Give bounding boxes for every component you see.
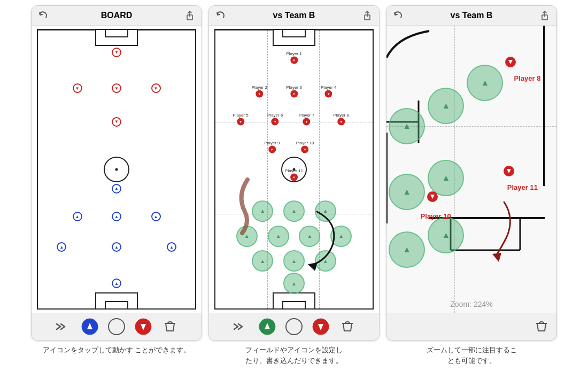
desc-1: アイコンをタップして動かす ことができます。 (31, 345, 202, 366)
svg-marker-6 (166, 323, 174, 331)
red-player-3[interactable]: ▼ (112, 83, 121, 93)
red-player-5[interactable]: ▼ (112, 117, 121, 127)
move-circle-10: ▲ (315, 250, 336, 272)
p10-group[interactable]: Player 10 (296, 141, 314, 153)
share-button-3[interactable] (538, 9, 551, 22)
p1-dot (290, 57, 298, 64)
p5-dot (237, 118, 244, 125)
share-button[interactable] (183, 9, 196, 22)
move-circle-5: ▲ (268, 226, 289, 247)
red-player-1[interactable]: ▼ (112, 48, 121, 57)
panel-vs-2-footer (386, 313, 556, 340)
blue-player-3[interactable]: ▲ (112, 212, 121, 221)
blue-player-6[interactable]: ▲ (112, 242, 121, 252)
share-button-2[interactable] (361, 9, 374, 22)
p6-label: Player 6 (267, 113, 283, 117)
p2-group[interactable]: Player 2 (252, 85, 267, 97)
panel-vs-1-header: vs Team B (209, 6, 379, 26)
p7-label: Player 7 (299, 113, 314, 117)
panel-vs-2-header: vs Team B (386, 6, 556, 26)
p7-dot (303, 118, 311, 125)
p11-group[interactable]: Player 11 (285, 168, 303, 181)
zoom-p8-dot[interactable] (505, 56, 516, 70)
top-goal-inner-2 (282, 30, 306, 37)
panel-vs-team-b-1: vs Team B Pla (208, 5, 380, 341)
p7-group[interactable]: Player 7 (299, 113, 314, 125)
p6-group[interactable]: Player 6 (267, 113, 283, 125)
desc-3: ズームして一部に注目することも可能です。 (386, 345, 557, 366)
p8-dot (337, 118, 345, 125)
blue-player-4[interactable]: ▲ (151, 212, 161, 221)
panel-vs-1-footer (209, 313, 379, 340)
svg-point-3 (109, 319, 125, 335)
empty-circle-icon-2[interactable] (284, 317, 304, 336)
bot-goal-inner (105, 301, 128, 308)
desc-1-text: アイコンをタップして動かす ことができます。 (43, 346, 191, 354)
move-circle-2: ▲ (283, 200, 305, 222)
p1-label: Player 1 (286, 52, 301, 56)
panel-vs-2-title: vs Team B (451, 11, 493, 20)
p1-group[interactable]: Player 1 (286, 52, 301, 64)
undo-button[interactable] (37, 9, 50, 22)
zoom-p11-dot[interactable] (503, 165, 515, 179)
move-circle-1: ▲ (252, 200, 273, 222)
zoom-p11-label: Player 11 (507, 183, 538, 191)
panel-board-header: BOARD (32, 6, 202, 26)
svg-point-12 (286, 319, 302, 335)
move-circle-6: ▲ (299, 226, 320, 247)
red-player-icon-2[interactable] (311, 317, 330, 336)
blue-player-7[interactable]: ▲ (167, 242, 176, 252)
blue-player-icon[interactable] (80, 317, 99, 336)
blue-player-8[interactable]: ▲ (112, 279, 121, 288)
undo-button-2[interactable] (214, 9, 227, 22)
center-dot (115, 168, 118, 171)
desc-3-text: ズームして一部に注目することも可能です。 (427, 346, 517, 365)
move-circle-8: ▲ (252, 250, 273, 272)
p9-group[interactable]: Player 9 (264, 141, 280, 153)
p2-label: Player 2 (252, 85, 267, 89)
red-player-4[interactable]: ▼ (151, 83, 161, 93)
p2-dot (256, 90, 263, 97)
bucket-icon-2[interactable] (338, 317, 357, 336)
zoomed-field: ▲ ▲ ▲ ▲ ▲ ▲ ▲ Player 8 Player 10 (386, 26, 556, 313)
move-circle-9: ▲ (283, 250, 305, 272)
panel-vs-2-content: ▲ ▲ ▲ ▲ ▲ ▲ ▲ Player 8 Player 10 (386, 26, 556, 313)
zoom-circle-3: ▲ (467, 65, 503, 101)
zoom-p10-dot[interactable] (427, 191, 438, 205)
move-circle-3: ▲ (315, 200, 336, 222)
bucket-icon[interactable] (160, 317, 180, 336)
desc-2-text: フィールドやアイコンを設定したり、書き込んだりできます。 (245, 346, 343, 365)
panel-vs-1-title: vs Team B (273, 11, 315, 20)
blue-player-1[interactable]: ▲ (112, 184, 121, 194)
zoomed-field-lines (386, 26, 556, 313)
bot-goal-inner-2 (282, 301, 306, 308)
empty-circle-icon[interactable] (107, 317, 126, 336)
blue-player-5[interactable]: ▲ (57, 242, 66, 252)
undo-button-3[interactable] (392, 9, 405, 22)
blue-player-2[interactable]: ▲ (73, 212, 82, 221)
p9-dot (268, 145, 276, 153)
p5-group[interactable]: Player 5 (233, 113, 248, 125)
p11-label: Player 11 (285, 168, 303, 173)
zoom-p10-label: Player 10 (421, 212, 451, 220)
green-player-icon[interactable] (258, 317, 277, 336)
zoom-circle-2: ▲ (428, 88, 464, 124)
svg-marker-33 (537, 323, 546, 331)
bucket-icon-3[interactable] (532, 317, 551, 336)
svg-marker-32 (492, 253, 501, 262)
double-chevron-icon[interactable] (53, 317, 73, 336)
p8-group[interactable]: Player 8 (334, 113, 349, 125)
double-chevron-icon-2[interactable] (231, 317, 250, 336)
descriptions-row: アイコンをタップして動かす ことができます。 フィールドやアイコンを設定したり、… (11, 345, 577, 366)
p4-label: Player 4 (321, 85, 336, 89)
soccer-field-2: Player 1 Player 2 Player 3 Player 4 (214, 29, 374, 310)
red-player-icon[interactable] (134, 317, 153, 336)
p3-label: Player 3 (286, 85, 301, 89)
zoom-text: Zoom: 224% (450, 300, 492, 308)
red-player-2[interactable]: ▼ (73, 83, 82, 93)
p3-group[interactable]: Player 3 (286, 85, 301, 97)
p4-dot (325, 90, 332, 97)
zoom-overlay: Zoom: 224% (386, 300, 556, 308)
p4-group[interactable]: Player 4 (321, 85, 336, 97)
zoom-circle-4: ▲ (389, 174, 425, 210)
